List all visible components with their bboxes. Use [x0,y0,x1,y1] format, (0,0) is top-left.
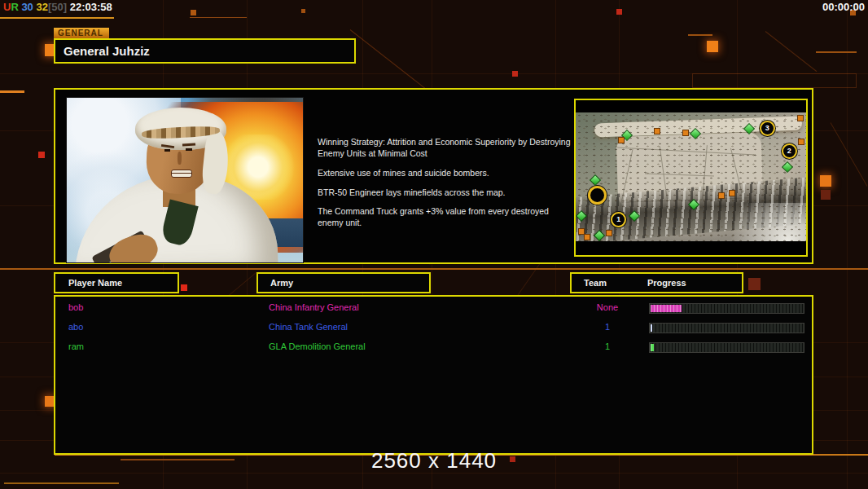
map-resource-marker [690,128,701,139]
circuit-decoration [821,190,831,200]
progress-fill [651,305,682,312]
general-tab: GENERAL [54,28,109,39]
map-resource-marker [594,230,605,241]
player-team: None [585,302,630,312]
status-token: U [3,1,11,13]
circuit-decoration [820,175,831,187]
status-token: 32 [33,1,48,13]
header-player-name: Player Name [54,272,179,293]
map-structure-marker [729,190,735,196]
map-resource-marker [629,210,640,222]
circuit-decoration [0,17,114,19]
circuit-decoration [748,278,761,290]
map-structure-marker [606,230,612,236]
map-letterbox [576,241,806,255]
circuit-decoration [301,9,305,13]
status-token: 22:03:58 [67,1,112,13]
map-letterbox [576,100,806,112]
circuit-decoration [831,122,868,186]
player-army: GLA Demolition General [269,341,366,351]
resolution-label: 2560 x 1440 [0,448,868,474]
map-structure-marker [618,137,625,143]
circuit-decoration [190,17,247,18]
player-name: ram [68,341,84,351]
map-resource-marker [743,123,755,134]
status-readout: UR 30 32[50] 22:03:58 [3,1,112,13]
player-team: 1 [585,322,630,332]
progress-bar [649,303,804,314]
circuit-decoration [38,152,45,158]
status-token: [50] [48,1,67,13]
map-resource-marker [688,199,699,210]
header-team-progress: Team Progress [570,272,743,293]
circuit-decoration [512,71,518,77]
header-progress: Progress [647,274,686,292]
map-start-position-3: 3 [760,121,775,136]
loading-screen: UR 30 32[50] 22:03:58 00:00:00 GENERAL G… [0,0,868,489]
game-timer: 00:00:00 [822,1,865,13]
circuit-decoration [765,31,818,72]
circuit-decoration [688,34,712,36]
player-team: 1 [585,341,630,351]
general-name: General Juhziz [55,40,354,62]
portrait-eye [186,148,192,151]
player-name: bob [68,302,83,312]
player-army: China Tank General [269,322,348,332]
map-preview: 132 [574,99,808,257]
progress-fill [651,324,652,332]
progress-bar [649,323,804,333]
map-resource-marker [576,210,587,222]
general-portrait [66,97,304,263]
map-structure-marker [798,139,804,145]
player-row: ramGLA Demolition General1 [55,337,812,357]
player-row: bobChina Infantry GeneralNone [55,298,812,318]
map-structure-marker [654,128,660,134]
map-resource-marker [782,161,793,173]
circuit-decoration [816,51,857,53]
circuit-decoration [707,41,718,52]
circuit-decoration [0,268,868,270]
portrait-nose [178,152,182,165]
strategy-paragraph: The Command Truck grants +3% value from … [318,206,572,229]
map-plateau [616,132,763,209]
map-resource-marker [590,174,601,186]
circuit-decoration [616,9,622,15]
map-start-position-empty [588,186,607,205]
map-terrain: 132 [576,112,806,241]
strategy-paragraph: Extensive use of mines and suicide bombe… [318,168,572,179]
portrait-mouth [171,170,192,178]
circuit-decoration [181,284,187,291]
strategy-text: Winning Strategy: Attrition and Economic… [318,137,572,237]
map-structure-marker [718,192,725,199]
circuit-decoration [692,73,857,88]
map-snow-patch [714,203,806,241]
status-token: 30 [19,1,33,13]
map-start-position-1: 1 [611,212,626,227]
player-row: aboChina Tank General1 [55,318,812,337]
map-structure-marker [797,115,804,121]
player-name: abo [68,322,83,332]
circuit-decoration [191,10,196,15]
header-team: Team [584,274,607,292]
circuit-decoration [0,90,24,93]
status-token: R [11,1,18,13]
map-structure-marker [584,234,590,240]
portrait-eye [164,149,170,152]
map-structure-marker [682,130,689,136]
circuit-decoration [4,482,119,484]
player-army: China Infantry General [269,302,359,312]
general-info-panel: Winning Strategy: Attrition and Economic… [54,88,813,264]
progress-bar [649,342,804,353]
map-structure-marker [578,228,585,235]
strategy-paragraph: BTR-50 Engineer lays minefields across t… [318,187,572,199]
strategy-paragraph: Winning Strategy: Attrition and Economic… [318,137,572,160]
progress-fill [651,344,654,351]
general-name-box: General Juhziz [54,38,356,64]
player-table: bobChina Infantry GeneralNoneaboChina Ta… [54,295,813,455]
header-army: Army [256,272,431,293]
map-start-position-2: 2 [782,143,797,159]
